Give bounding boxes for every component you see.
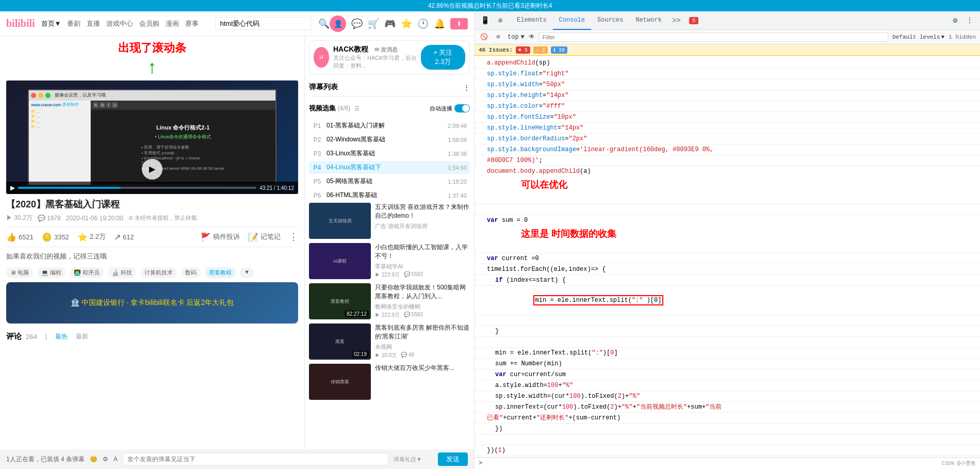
tab-network[interactable]: Network xyxy=(629,11,667,30)
console-line-sum: var sum = 0 这里是 时间数据的收集 xyxy=(475,215,980,253)
rec-video-4[interactable]: 传销黑客 传销大佬百万收买少年黑客... xyxy=(309,364,470,400)
rec-video-0[interactable]: 五天训练营 五天训练营 喜欢游戏开发？来制作自己的demo！ 广告 游戏开发训练… xyxy=(309,203,470,239)
bili-header: bilibili 首页▼ 番剧 直播 游戏中心 会员购 漫画 赛事 🔍 👤 💬 … xyxy=(0,11,474,36)
ceremony-label[interactable]: 弹幕礼仪▼ xyxy=(394,456,422,463)
comments-new-tab[interactable]: 最新 xyxy=(76,332,88,341)
author-card: H HACK教程 ✉ 发消息 关注公众号：HACK学习君，后台回复：资料... … xyxy=(309,40,470,74)
tag-hacker[interactable]: 黑客教程 xyxy=(205,267,236,278)
coin-action[interactable]: 🪙 3352 xyxy=(42,232,69,242)
notes-action[interactable]: 📝 记笔记 xyxy=(248,232,281,242)
danmaku-more-icon[interactable]: ⋮ xyxy=(463,84,470,91)
console-line-11: document.body.appendChild(a) 可以在优化 xyxy=(475,166,980,204)
notification-icon[interactable]: 🔔 xyxy=(434,18,445,29)
console-input[interactable] xyxy=(486,460,976,467)
history-icon[interactable]: 🕐 xyxy=(417,18,429,29)
filter-input[interactable] xyxy=(539,33,888,42)
default-levels-button[interactable]: Default levels ▼ xyxy=(892,34,944,40)
favorite-icon[interactable]: ⭐ xyxy=(401,18,412,29)
search-input[interactable] xyxy=(220,20,307,27)
tag-programmer[interactable]: 👨‍💻 程序员 xyxy=(70,267,104,278)
nav-game[interactable]: 游戏中心 xyxy=(106,19,133,28)
tag-digital[interactable]: 数码 xyxy=(181,267,201,278)
share-action[interactable]: ↗ 612 xyxy=(114,232,134,242)
tab-elements[interactable]: Elements xyxy=(511,11,553,30)
settings-gear-icon[interactable]: ⚙ xyxy=(949,14,961,27)
nav-bangumi[interactable]: 番剧 xyxy=(67,19,80,28)
tag-more[interactable]: ▼ xyxy=(240,267,254,278)
play-button[interactable]: ▶ xyxy=(142,159,162,180)
console-line-min2: min = ele.innerText.split(":")[0] xyxy=(475,348,980,359)
nav-home[interactable]: 首页▼ xyxy=(41,19,61,28)
rec-stats-3: ▶ 10.0万💬 48 xyxy=(375,352,470,359)
user-avatar[interactable]: 👤 xyxy=(330,15,346,32)
tab-console[interactable]: Console xyxy=(553,11,591,30)
report-action[interactable]: 🚩 稿件投诉 xyxy=(201,232,240,242)
console-output[interactable]: a.appendChild(sp) sp.style.float="right"… xyxy=(475,56,980,457)
playlist-item-p5[interactable]: P5 05-网络黑客基础 1:18:20 xyxy=(309,175,470,188)
console-line-if: if (index<=start) { xyxy=(475,275,980,286)
context-select[interactable]: top ▼ 👁 xyxy=(508,33,535,41)
rec-video-2[interactable]: 黑客教程 82:27:12 只要你敢学我就敢发！500集暗网黑客教程，从入门到入… xyxy=(309,283,470,319)
banner-ad[interactable]: 🏦 中国建设银行 · 拿卡bilibili联名卡 后返2年大礼包 xyxy=(6,282,298,324)
playlist-item-p4[interactable]: P4 04-Linux黑客基础下 1:54:50 xyxy=(309,161,470,174)
playlist-item-duration: 1:58:08 xyxy=(448,137,467,143)
clear-console-btn[interactable]: 🚫 xyxy=(479,32,489,42)
devtools-more-icon[interactable]: ⋮ xyxy=(963,14,976,27)
playlist-item-p3[interactable]: P3 03-Linux黑客基础 1:38:36 xyxy=(309,147,470,160)
message-icon[interactable]: 🛒 xyxy=(368,18,379,29)
smiley-icon[interactable]: 😊 xyxy=(90,456,97,463)
tag-computer-tech[interactable]: 计算机技术 xyxy=(140,267,177,278)
playlist-item-p6[interactable]: P6 06-HTML黑客基础 1:37:40 xyxy=(309,189,470,202)
console-line-blank-3 xyxy=(475,337,980,348)
more-actions-icon[interactable]: ⋮ xyxy=(289,231,298,242)
playlist-item-p1[interactable]: P1 01-黑客基础入门讲解 2:09:48 xyxy=(309,119,470,132)
follow-button[interactable]: + 关注 2.3万 xyxy=(421,45,465,70)
annotation-scrollbar: 出现了滚动条 xyxy=(6,40,298,56)
send-button[interactable]: 发送 xyxy=(438,452,468,466)
settings-icon[interactable]: ⚙ xyxy=(103,456,108,463)
play-pause-btn[interactable]: ▶ xyxy=(10,184,15,191)
bilibili-logo[interactable]: bilibili xyxy=(6,18,35,29)
author-message-link[interactable]: ✉ 发消息 xyxy=(374,46,398,53)
like-action[interactable]: 👍 6521 xyxy=(6,232,34,242)
console-line-cur: var cur=current/sum xyxy=(475,369,980,380)
danmaku-input[interactable] xyxy=(123,453,388,465)
feedback-icon[interactable]: 💬 xyxy=(351,18,363,29)
nav-sports[interactable]: 赛事 xyxy=(185,19,199,28)
more-tabs-button[interactable]: >> xyxy=(668,17,685,25)
context-dropdown-icon: ▼ xyxy=(521,34,525,41)
nav-live[interactable]: 直播 xyxy=(87,19,100,28)
tag-tech[interactable]: 🔬 科技 xyxy=(108,267,136,278)
toggle-switch[interactable] xyxy=(454,104,470,112)
progress-bar[interactable] xyxy=(18,187,256,189)
game-icon[interactable]: 🎮 xyxy=(384,18,396,29)
rec-video-3[interactable]: 黑客 02:19 黑客到底有多厉害 解密你所不知道的'黑客江湖' 央视网 ▶ 1… xyxy=(309,324,470,360)
comments-hot-tab[interactable]: 最热 xyxy=(55,332,68,341)
auto-play-toggle[interactable]: 自动连播 xyxy=(430,104,470,112)
search-bar[interactable] xyxy=(215,17,312,30)
nav-vip[interactable]: 会员购 xyxy=(139,19,159,28)
arrow-up-icon: ↑ xyxy=(6,58,298,76)
eye-icon[interactable]: 👁 xyxy=(529,33,535,41)
star-action[interactable]: ⭐ 2.2万 xyxy=(77,232,106,242)
error-badge-area: 5 xyxy=(689,17,699,24)
tag-computer[interactable]: 🖥 电脑 xyxy=(6,267,33,278)
nav-manga[interactable]: 漫画 xyxy=(166,19,179,28)
playlist-item-duration: 2:09:48 xyxy=(448,123,467,129)
top-notification-bar: 42.86%当前视频总时长7当前已看3还剩时长4 xyxy=(0,0,980,11)
video-player[interactable]: 摄像会议里，以及学习哦 www.cracer.com 📁 ... 📁 ... 📁… xyxy=(6,80,298,194)
rec-video-1[interactable]: AI课程 小白也能听懂的人工智能课，入学不亏！ 零基础学AI ▶ 223.9万💬… xyxy=(309,243,470,279)
upload-button[interactable]: ⬆ xyxy=(450,18,468,29)
tab-sources[interactable]: Sources xyxy=(591,11,629,30)
tag-coding[interactable]: 💻 编程 xyxy=(37,267,66,278)
playlist-item-p2[interactable]: P2 02-Windows黑客基础 1:58:08 xyxy=(309,133,470,146)
rec-channel-2: 教网络安全的蟠蛸 xyxy=(375,303,470,311)
context-label: top xyxy=(508,34,519,41)
font-icon[interactable]: A xyxy=(113,456,118,463)
inspect-icon[interactable]: ⊙ xyxy=(494,14,507,27)
show-network-btn[interactable]: ⊘ xyxy=(493,32,503,42)
device-toolbar-icon[interactable]: 📱 xyxy=(479,14,491,27)
rec-title-3: 黑客到底有多厉害 解密你所不知道的'黑客江湖' xyxy=(375,324,470,341)
info-count: ℹ 39 xyxy=(551,46,567,54)
search-icon[interactable]: 🔍 xyxy=(318,18,330,29)
